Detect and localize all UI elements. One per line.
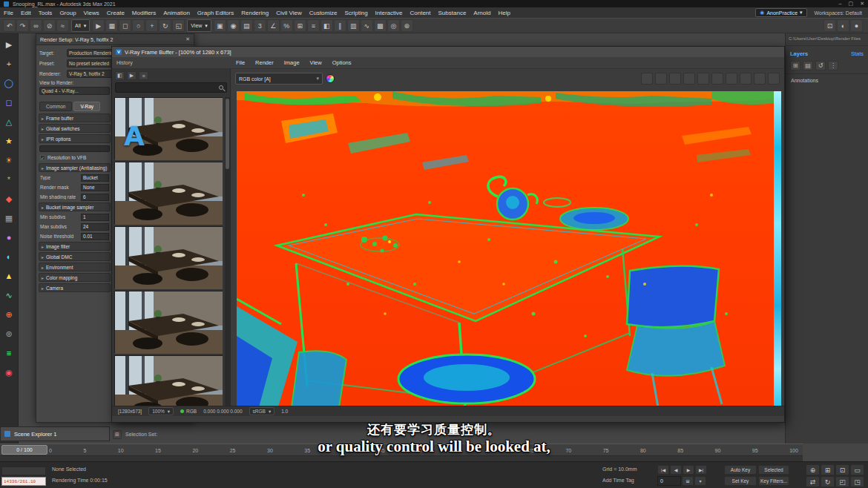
left-toolbar-icon[interactable]: ◯ <box>4 78 15 89</box>
vfb-menu-item[interactable]: Options <box>327 59 357 66</box>
rollout-header[interactable]: ▸ Image sampler (Antialiasing) <box>39 163 111 172</box>
close-icon[interactable]: ✕ <box>860 1 864 7</box>
menu-item[interactable]: Substance <box>435 10 470 16</box>
layers-panel-title[interactable]: Layers <box>790 50 808 57</box>
rollout-header[interactable]: ▸ Color mapping <box>39 273 111 282</box>
toolbar-icon[interactable]: ▦ <box>105 19 118 32</box>
left-toolbar-icon[interactable]: ★ <box>4 136 15 147</box>
menu-item[interactable]: Help <box>494 10 513 16</box>
render-button-icon[interactable]: ● <box>850 19 863 32</box>
text-input[interactable] <box>39 145 110 152</box>
toolbar-icon[interactable]: ↻ <box>159 19 171 32</box>
toolbar-icon[interactable]: + <box>145 19 158 32</box>
rollout-header[interactable]: ▸ Frame buffer <box>39 113 111 122</box>
toolbar-icon[interactable]: ○ <box>132 19 145 32</box>
workspaces-dropdown[interactable]: Workspaces: Default <box>815 10 862 16</box>
field-dropdown[interactable]: V-Ray 5, hotfix 2 <box>67 70 114 78</box>
toolbar-icon[interactable]: ▩ <box>374 19 387 32</box>
toolbar-icon[interactable]: ∿ <box>361 19 373 32</box>
left-toolbar-icon[interactable]: ◉ <box>4 367 15 378</box>
left-toolbar-icon[interactable]: ⊛ <box>4 329 15 340</box>
history-toolbar-icon[interactable]: ▶ <box>127 71 137 80</box>
parameter-value[interactable]: 0.01 <box>81 233 109 240</box>
history-thumbnail[interactable] <box>114 291 223 353</box>
toolbar-icon[interactable]: ≡ <box>307 19 320 32</box>
menu-item[interactable]: Graph Editors <box>194 10 237 16</box>
key-filters-button[interactable]: Key Filters... <box>758 476 789 486</box>
rollout-header[interactable]: ▸ IPR options <box>39 134 111 143</box>
rollout-header[interactable]: ▸ Global switches <box>39 124 111 133</box>
rollout-header[interactable]: ▸ Environment <box>39 263 111 271</box>
vfb-toolbar-icon[interactable] <box>697 73 709 85</box>
playback-button[interactable]: ▶ <box>683 465 694 475</box>
menu-item[interactable]: Customize <box>306 10 341 16</box>
left-toolbar-icon[interactable]: ◐ <box>4 251 15 263</box>
playback-button[interactable]: |◀ <box>657 465 669 475</box>
left-toolbar-icon[interactable]: + <box>4 59 15 70</box>
toolbar-icon[interactable]: ↶ <box>3 19 16 32</box>
time-config-icon[interactable]: ▾ <box>694 476 706 486</box>
field-dropdown[interactable]: No preset selected <box>67 59 114 67</box>
vfb-toolbar-icon[interactable] <box>683 73 695 85</box>
menu-item[interactable]: Edit <box>17 10 35 16</box>
vfb-toolbar-icon[interactable] <box>641 73 653 85</box>
checkbox-checked[interactable]: ✓ <box>40 155 45 160</box>
maxscript-mini-listener[interactable]: 14336/261.10 <box>1 477 46 486</box>
layers-toolbar-icon[interactable]: ▤ <box>803 61 813 70</box>
selected-dropdown[interactable]: Selected <box>758 465 789 475</box>
toolbar-icon[interactable]: ▥ <box>347 19 360 32</box>
macro-recorder-field[interactable] <box>1 466 46 475</box>
parameter-value[interactable]: Bucket <box>81 174 109 182</box>
left-toolbar-icon[interactable]: ● <box>4 232 15 243</box>
rollout-header[interactable]: ▸ Image filter <box>39 242 111 251</box>
left-toolbar-icon[interactable]: ≡ <box>4 348 15 359</box>
parameter-value[interactable]: None <box>81 184 109 191</box>
rollout-header[interactable]: ▸ Global DMC <box>39 252 111 261</box>
maximize-icon[interactable]: ▢ <box>849 1 854 7</box>
parameter-value[interactable]: 24 <box>81 223 109 231</box>
toolbar-icon[interactable]: ◻ <box>119 19 131 32</box>
toolbar-icon[interactable]: ▶ <box>92 19 105 32</box>
close-icon[interactable]: ✕ <box>185 36 190 42</box>
annotations-item[interactable]: Annotations <box>786 74 868 87</box>
history-thumbnail[interactable] <box>114 226 223 288</box>
vfb-toolbar-icon[interactable] <box>669 73 681 85</box>
toolbar-icon[interactable]: ⊛ <box>401 19 413 32</box>
left-toolbar-icon[interactable]: ☀ <box>4 155 15 166</box>
vfb-toolbar-icon[interactable] <box>655 73 667 85</box>
vfb-toolbar-icon[interactable] <box>711 73 723 85</box>
viewport-nav-icon[interactable]: ◰ <box>835 476 849 487</box>
render-view[interactable] <box>237 91 774 407</box>
render-setup-titlebar[interactable]: Render Setup: V-Ray 5, hotfix 2 ✕ <box>36 34 194 45</box>
account-button[interactable]: ◉ AnonPractice ▾ <box>755 8 806 17</box>
left-toolbar-icon[interactable]: ◻ <box>4 97 15 108</box>
render-setup-tab[interactable]: V-Ray <box>73 102 100 111</box>
vfb-menu-item[interactable]: View <box>305 59 327 66</box>
track-bar[interactable] <box>0 455 803 461</box>
stats-tab[interactable]: Stats <box>851 50 864 57</box>
vfb-titlebar[interactable]: V V-Ray Frame Buffer - [100% of 1280 x 6… <box>112 47 784 57</box>
history-scrollbar[interactable] <box>225 97 230 406</box>
render-button-icon[interactable]: ◐ <box>837 19 849 32</box>
vfb-toolbar-icon[interactable] <box>754 73 766 85</box>
layers-toolbar-icon[interactable]: ⊞ <box>790 61 800 70</box>
key-mode-icon[interactable]: ⊞ <box>682 476 694 486</box>
toolbar-icon[interactable]: ≈ <box>56 19 69 32</box>
menu-item[interactable]: Create <box>103 10 128 16</box>
viewport-nav-icon[interactable]: ↻ <box>821 476 835 487</box>
minimize-icon[interactable]: – <box>839 1 842 7</box>
toolbar-icon[interactable]: ⊘ <box>43 19 56 32</box>
viewport-nav-icon[interactable]: ⊕ <box>806 464 820 475</box>
current-frame-field[interactable]: 0 <box>657 476 681 486</box>
viewport-nav-icon[interactable]: ⊡ <box>835 464 849 475</box>
toolbar-icon[interactable]: ◎ <box>387 19 400 32</box>
history-thumbnail[interactable] <box>114 355 223 406</box>
toolbar-icon[interactable]: ▣ <box>214 19 226 32</box>
viewport-nav-icon[interactable]: ⇄ <box>806 476 820 487</box>
toolbar-icon[interactable]: ∥ <box>334 19 346 32</box>
toolbar-icon[interactable]: ∞ <box>30 19 42 32</box>
viewport-nav-icon[interactable]: ▭ <box>850 464 864 475</box>
left-toolbar-icon[interactable]: * <box>4 174 15 185</box>
rollout-header[interactable]: ▸ Camera <box>39 283 111 292</box>
toolbar-icon[interactable]: ↷ <box>16 19 29 32</box>
